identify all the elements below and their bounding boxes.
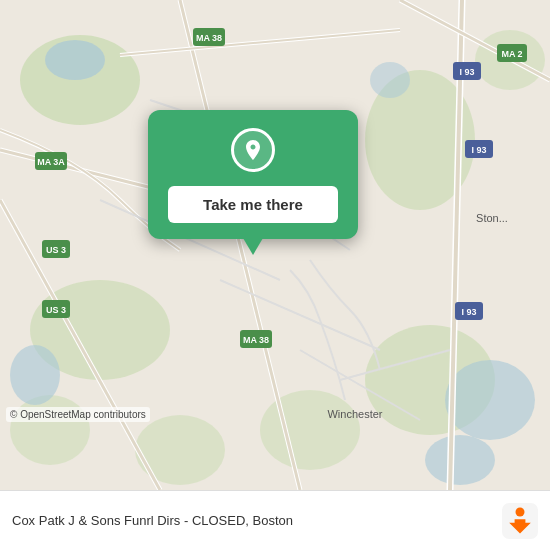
popup-card: Take me there — [148, 110, 358, 239]
copyright-text: © OpenStreetMap contributors — [6, 407, 150, 422]
svg-text:US 3: US 3 — [46, 305, 66, 315]
svg-point-53 — [516, 507, 525, 516]
svg-text:I 93: I 93 — [461, 307, 476, 317]
svg-text:I 93: I 93 — [459, 67, 474, 77]
svg-text:MA 2: MA 2 — [501, 49, 522, 59]
svg-point-7 — [10, 395, 90, 465]
svg-text:Winchester: Winchester — [327, 408, 382, 420]
svg-text:I 93: I 93 — [471, 145, 486, 155]
svg-point-10 — [445, 360, 535, 440]
svg-point-13 — [370, 62, 410, 98]
svg-text:Ston...: Ston... — [476, 212, 508, 224]
map-container: MA 38 MA 3A US 3 US 3 MA 38 I 93 I 93 I … — [0, 0, 550, 490]
svg-point-11 — [10, 345, 60, 405]
svg-text:MA 38: MA 38 — [243, 335, 269, 345]
svg-point-12 — [425, 435, 495, 485]
moovit-logo-icon — [502, 503, 538, 539]
location-pin-icon — [231, 128, 275, 172]
svg-point-6 — [135, 415, 225, 485]
take-me-there-button[interactable]: Take me there — [168, 186, 338, 223]
svg-point-9 — [45, 40, 105, 80]
popup-tail — [243, 238, 263, 255]
svg-text:MA 38: MA 38 — [196, 33, 222, 43]
svg-text:US 3: US 3 — [46, 245, 66, 255]
moovit-logo — [502, 503, 538, 539]
bottom-bar: Cox Patk J & Sons Funrl Dirs - CLOSED, B… — [0, 490, 550, 550]
svg-text:MA 3A: MA 3A — [37, 157, 65, 167]
place-info: Cox Patk J & Sons Funrl Dirs - CLOSED, B… — [12, 513, 492, 528]
svg-point-5 — [260, 390, 360, 470]
